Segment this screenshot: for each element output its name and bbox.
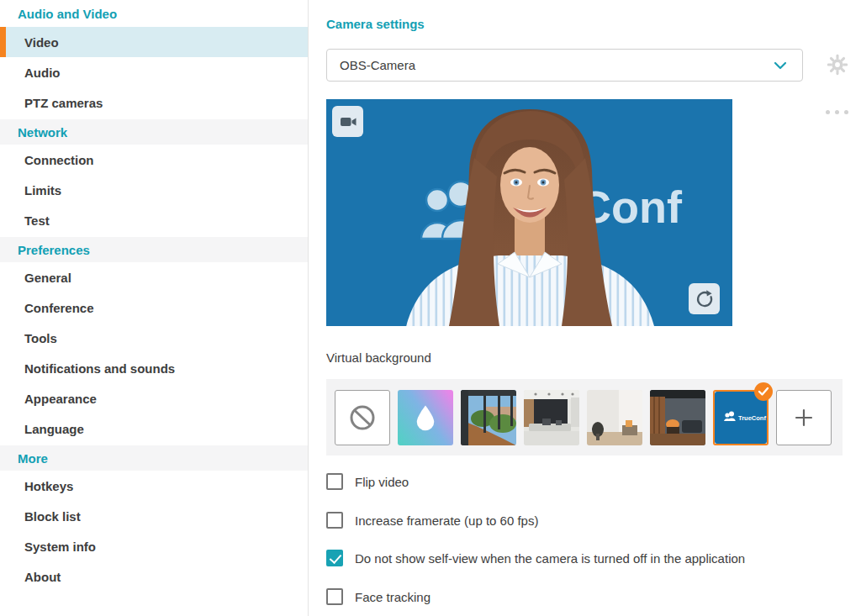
- more-options-icon: [826, 110, 830, 114]
- checkbox-row-increase-framerate[interactable]: Increase framerate (up to 60 fps): [326, 512, 538, 529]
- page-title: Camera settings: [326, 17, 425, 31]
- sidebar-item-conference[interactable]: Conference: [0, 292, 308, 323]
- checkbox[interactable]: [326, 473, 343, 490]
- refresh-icon: [695, 289, 715, 309]
- light-room-photo: [587, 390, 642, 445]
- section-header-preferences: Preferences: [0, 237, 308, 262]
- refresh-preview-button[interactable]: [689, 283, 720, 314]
- checkbox-row-hide-self-view[interactable]: Do not show self-view when the camera is…: [326, 550, 745, 566]
- sidebar-item-block-list[interactable]: Block list: [0, 501, 308, 531]
- checkbox[interactable]: [326, 588, 343, 605]
- chevron-down-icon: [774, 58, 787, 73]
- sidebar-item-video[interactable]: Video: [0, 27, 308, 57]
- checkbox[interactable]: [326, 512, 343, 529]
- settings-window: Audio and Video Video Audio PTZ cameras …: [0, 0, 861, 616]
- checkbox-label: Flip video: [355, 475, 409, 489]
- camera-toggle-button[interactable]: [332, 106, 363, 137]
- sidebar-item-about[interactable]: About: [0, 561, 308, 592]
- section-header-network: Network: [0, 119, 308, 145]
- vb-option-none[interactable]: [335, 390, 390, 445]
- virtual-background-strip: TrueConf: [326, 379, 843, 455]
- vb-option-blur[interactable]: [398, 390, 453, 445]
- vb-option-light-room-photo[interactable]: [587, 390, 642, 445]
- checkbox-label: Do not show self-view when the camera is…: [355, 551, 745, 566]
- section-header-audio-and-video: Audio and Video: [0, 0, 308, 27]
- vb-option-balcony-photo[interactable]: [461, 390, 516, 445]
- sidebar-item-notifications-and-sounds[interactable]: Notifications and sounds: [0, 353, 308, 383]
- checkbox-label: Increase framerate (up to 60 fps): [355, 513, 538, 528]
- sidebar-item-tools[interactable]: Tools: [0, 323, 308, 353]
- sidebar-item-audio[interactable]: Audio: [0, 57, 308, 87]
- video-camera-icon: [338, 112, 358, 132]
- loft-photo: [650, 390, 705, 445]
- blur-drop-icon: [414, 403, 437, 431]
- more-options-icon: [835, 110, 839, 114]
- balcony-photo: [461, 390, 516, 445]
- vb-option-office-photo[interactable]: [524, 390, 579, 445]
- office-photo: [524, 390, 579, 445]
- sidebar-item-connection[interactable]: Connection: [0, 145, 308, 175]
- camera-advanced-settings-button[interactable]: [827, 54, 848, 76]
- sidebar-item-general[interactable]: General: [0, 262, 308, 292]
- checkbox-row-face-tracking[interactable]: Face tracking: [326, 588, 430, 605]
- no-background-icon: [347, 403, 378, 433]
- virtual-background-label: Virtual background: [326, 350, 431, 365]
- sidebar-item-ptz-cameras[interactable]: PTZ cameras: [0, 87, 308, 118]
- camera-settings-panel: Camera settings OBS-Camera: [309, 0, 861, 616]
- selected-check-icon: [754, 382, 773, 401]
- sidebar-item-appearance[interactable]: Appearance: [0, 383, 308, 413]
- add-plus-icon: [792, 406, 816, 429]
- sidebar-item-limits[interactable]: Limits: [0, 175, 308, 205]
- sidebar-item-hotkeys[interactable]: Hotkeys: [0, 471, 308, 501]
- vb-option-loft-photo[interactable]: [650, 390, 705, 445]
- more-options-button[interactable]: [826, 110, 851, 117]
- settings-sidebar: Audio and Video Video Audio PTZ cameras …: [0, 0, 309, 616]
- sidebar-item-test[interactable]: Test: [0, 205, 308, 235]
- vb-option-add-custom[interactable]: [776, 390, 832, 445]
- sidebar-item-system-info[interactable]: System info: [0, 531, 308, 561]
- more-options-icon: [844, 110, 848, 114]
- self-view-video: TrueConf: [326, 99, 732, 326]
- sidebar-item-language[interactable]: Language: [0, 413, 308, 444]
- trueconf-thumb-label: TrueConf: [738, 414, 766, 422]
- camera-device-value: OBS-Camera: [340, 58, 415, 72]
- checkbox-label: Face tracking: [355, 590, 430, 604]
- checkbox[interactable]: [326, 550, 343, 566]
- checkbox-row-flip-video[interactable]: Flip video: [326, 473, 409, 490]
- vb-option-trueconf[interactable]: TrueConf: [713, 390, 769, 445]
- camera-preview: TrueConf: [326, 99, 732, 326]
- camera-device-select[interactable]: OBS-Camera: [326, 49, 803, 82]
- gear-icon: [827, 54, 848, 76]
- section-header-more: More: [0, 445, 308, 471]
